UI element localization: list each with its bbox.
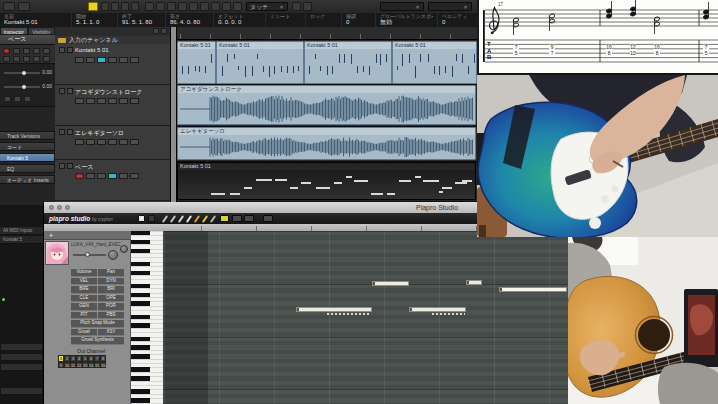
midi-part-kontakt-3[interactable]: Kontakt 5 01 xyxy=(392,41,477,84)
info-field-6[interactable]: ロック xyxy=(306,13,342,27)
lane-button[interactable] xyxy=(33,56,40,62)
track-button-0[interactable] xyxy=(75,98,84,104)
track-button-4[interactable] xyxy=(119,98,128,104)
glue-tool-icon[interactable] xyxy=(178,2,187,11)
info-field-2[interactable]: 終了91. 5. 1. 80 xyxy=(118,13,166,27)
snap-icon[interactable] xyxy=(303,2,312,11)
split-tool-icon[interactable] xyxy=(167,2,176,11)
vocal-note-2[interactable] xyxy=(499,287,567,292)
vocal-note-4[interactable] xyxy=(409,307,466,312)
midi-part-kontakt-0[interactable]: Kontakt 5 01 xyxy=(177,41,216,84)
inspector-section-1[interactable]: コード xyxy=(0,142,55,151)
xsy-cell[interactable]: XSY xyxy=(98,329,124,337)
piano-keys[interactable] xyxy=(131,231,164,404)
fader-option-3[interactable] xyxy=(24,96,31,102)
inspector-section-2[interactable]: Kontakt 5 xyxy=(0,153,55,162)
track-volume-slider[interactable] xyxy=(73,254,106,256)
param-cell[interactable]: GEN xyxy=(71,303,97,311)
growl-cell[interactable]: Growl xyxy=(71,329,97,337)
pan-slider-thumb[interactable] xyxy=(22,85,26,89)
solo-button[interactable] xyxy=(33,48,40,54)
inspector-section-0[interactable]: Track Versions xyxy=(0,131,55,140)
gain-knob[interactable] xyxy=(120,245,128,253)
track-button-1[interactable] xyxy=(86,98,95,104)
track-solo-toggle[interactable] xyxy=(67,163,73,169)
edit-button[interactable] xyxy=(13,56,20,62)
quantize-dropdown[interactable]: ▼ xyxy=(428,2,472,11)
fader-option-2[interactable] xyxy=(14,96,21,102)
fader-option-1[interactable] xyxy=(4,96,11,102)
param-cell[interactable]: POR xyxy=(98,303,124,311)
track-button-0[interactable] xyxy=(75,173,84,179)
midi-part-kontakt-2[interactable]: Kontakt 5 01 xyxy=(304,41,392,84)
growl-synth-button[interactable]: Growl Synthesis xyxy=(71,337,124,345)
param-cell[interactable]: PIT xyxy=(71,312,97,320)
track-mute-toggle[interactable] xyxy=(59,129,65,135)
add-track-button[interactable]: + xyxy=(49,232,53,239)
info-field-5[interactable]: ミュート xyxy=(266,13,306,27)
transport-icon-2[interactable] xyxy=(111,2,119,11)
track-mute-toggle[interactable] xyxy=(59,163,65,169)
cubase-menu-icon[interactable] xyxy=(3,2,15,11)
inspector-section-4[interactable]: オーディオ Inserts xyxy=(0,175,55,184)
transport-icon-3[interactable] xyxy=(121,2,129,11)
audio-part-electric[interactable]: エレキギターソロ xyxy=(177,127,476,160)
note-length-dropdown[interactable] xyxy=(232,215,242,222)
track-button-3[interactable] xyxy=(108,173,117,179)
eraser-tool-icon[interactable] xyxy=(210,215,216,223)
pencil-tool-icon-4[interactable] xyxy=(186,215,192,223)
channel-button-16[interactable]: 16 xyxy=(100,362,106,369)
pencil-tool-icon-3[interactable] xyxy=(178,215,184,223)
track-solo-toggle[interactable] xyxy=(67,88,73,94)
track-button-4[interactable] xyxy=(119,173,128,179)
track-button-1[interactable] xyxy=(86,139,95,145)
param-cell[interactable]: BRE xyxy=(71,286,97,294)
pitch-snap-button[interactable]: Pitch Snap Mode xyxy=(71,320,124,328)
info-field-0[interactable]: 名前Kontakt 5 01 xyxy=(0,13,72,27)
range-tool-icon[interactable] xyxy=(156,2,165,11)
track-row-2[interactable]: エレキギターソロ xyxy=(55,126,170,160)
track-button-3[interactable] xyxy=(108,139,117,145)
info-field-8[interactable]: グローバルトランスポーズ無効 xyxy=(376,13,438,27)
track-button-4[interactable] xyxy=(119,57,128,63)
vocal-note-3[interactable] xyxy=(296,307,372,312)
inspector-section-dim-4[interactable] xyxy=(0,387,43,395)
track-button-2[interactable] xyxy=(97,98,106,104)
erase-tool-icon[interactable] xyxy=(189,2,198,11)
cubase-setup-icon[interactable] xyxy=(18,2,30,11)
grid-dropdown[interactable] xyxy=(244,215,254,222)
info-field-4[interactable]: オフセット0. 0. 0. 0 xyxy=(214,13,266,27)
track-button-3[interactable] xyxy=(108,98,117,104)
track-solo-toggle[interactable] xyxy=(67,47,73,53)
track-mute-toggle[interactable] xyxy=(59,88,65,94)
midi-part-kontakt-1[interactable]: Kontakt 5 01 xyxy=(216,41,304,84)
hand-tool-icon[interactable] xyxy=(148,215,155,222)
track-button-5[interactable] xyxy=(130,173,139,179)
track-button-5[interactable] xyxy=(130,139,139,145)
volume-slider-thumb[interactable] xyxy=(22,71,26,75)
param-cell[interactable]: PBS xyxy=(98,312,124,320)
param-cell[interactable]: CLE xyxy=(71,295,97,303)
track-filter-icon[interactable] xyxy=(153,28,159,34)
info-field-3[interactable]: 長さ86. 4. 0. 80 xyxy=(166,13,214,27)
automation-mode-dropdown[interactable]: タッチ▼ xyxy=(246,2,288,11)
track-button-0[interactable] xyxy=(75,57,84,63)
vocal-note-1[interactable] xyxy=(466,280,482,285)
transport-icon-4[interactable] xyxy=(131,2,139,11)
quantize-toggle-icon[interactable] xyxy=(220,215,229,222)
tab-inspector[interactable]: Inspector xyxy=(0,27,28,35)
track-button-1[interactable] xyxy=(86,173,95,179)
track-button-1[interactable] xyxy=(86,57,95,63)
pencil-tool-icon-1[interactable] xyxy=(162,215,168,223)
pointer-tool-icon[interactable] xyxy=(138,215,145,222)
add-track-row[interactable]: + xyxy=(44,231,131,240)
cycle-toggle-icon[interactable] xyxy=(88,2,98,11)
vocal-track-name[interactable]: LUKA_V4X_Hard_EVEC xyxy=(71,242,121,247)
track-button-2[interactable] xyxy=(97,139,106,145)
mute-tool-icon[interactable] xyxy=(211,2,220,11)
pencil-tool-icon-5[interactable] xyxy=(194,215,200,223)
param-cell[interactable]: Volume xyxy=(71,269,97,277)
track-row-3[interactable]: ベース xyxy=(55,160,170,201)
param-cell[interactable]: BRI xyxy=(98,286,124,294)
track-button-3[interactable] xyxy=(108,57,117,63)
